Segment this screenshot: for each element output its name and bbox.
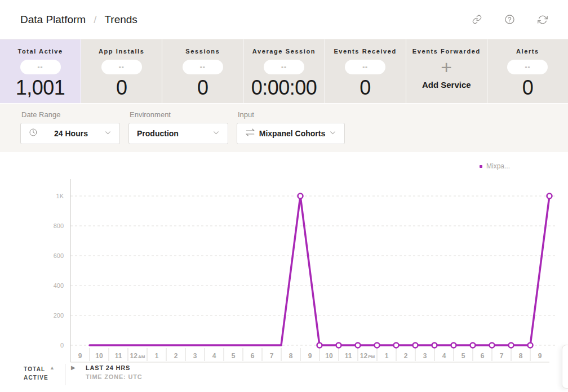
data-point-marker bbox=[336, 343, 341, 348]
environment-dropdown[interactable]: Production bbox=[128, 123, 228, 144]
date-range-value: 24 Hours bbox=[54, 129, 88, 138]
page-header: Data Platform / Trends bbox=[0, 0, 568, 39]
data-point-marker bbox=[356, 343, 361, 348]
filter-label: Environment bbox=[130, 110, 228, 119]
stat-card-value: 0 bbox=[325, 76, 406, 100]
edge-flyout-handle[interactable] bbox=[562, 345, 568, 389]
footer-divider bbox=[65, 364, 65, 385]
filter-input: Input Mixpanel Cohorts bbox=[237, 110, 345, 152]
stat-card-value: 0 bbox=[81, 76, 162, 100]
stat-card-label: App Installs bbox=[81, 48, 162, 55]
x-tick-label: 4 bbox=[442, 352, 446, 360]
data-point-marker bbox=[490, 343, 495, 348]
x-tick-label: 1 bbox=[385, 352, 389, 360]
stat-card-value: 1,001 bbox=[0, 76, 81, 100]
data-point-marker bbox=[413, 343, 418, 348]
x-tick-label: 5 bbox=[232, 352, 236, 360]
stat-card-pill: -- bbox=[183, 60, 223, 74]
x-tick-label: 1 bbox=[155, 352, 159, 360]
stat-card-label: Sessions bbox=[162, 48, 243, 55]
input-dropdown[interactable]: Mixpanel Cohorts bbox=[237, 123, 345, 144]
x-tick-label: 2 bbox=[404, 352, 408, 360]
stat-card-pill: -- bbox=[264, 60, 304, 74]
data-point-marker bbox=[375, 343, 380, 348]
stat-card-average-session[interactable]: Average Session -- 0:00:00 bbox=[243, 39, 324, 103]
x-tick-label: 8 bbox=[289, 352, 293, 360]
data-point-marker bbox=[298, 194, 303, 199]
stats-card-row: Total Active -- 1,001 App Installs -- 0 … bbox=[0, 39, 568, 103]
trend-chart: 1K80060040020009101112AM123456789101112P… bbox=[0, 152, 568, 369]
plus-icon: + bbox=[406, 57, 487, 77]
stat-card-alerts[interactable]: Alerts -- 0 bbox=[487, 39, 568, 103]
data-point-marker bbox=[528, 343, 533, 348]
y-tick-label: 200 bbox=[54, 312, 64, 319]
range-label: LAST 24 HRS bbox=[86, 364, 130, 371]
x-tick-label: 7 bbox=[270, 352, 274, 360]
x-tick-label: 9 bbox=[538, 352, 542, 360]
x-tick-label: 5 bbox=[462, 352, 465, 360]
exchange-icon bbox=[245, 128, 255, 139]
x-tick-label: 10 bbox=[325, 352, 333, 360]
input-value: Mixpanel Cohorts bbox=[259, 129, 325, 138]
breadcrumb-separator: / bbox=[94, 14, 96, 26]
x-tick-label: 6 bbox=[481, 352, 485, 360]
stat-card-total-active[interactable]: Total Active -- 1,001 bbox=[0, 39, 81, 103]
trend-line bbox=[90, 196, 549, 345]
y-tick-label: 1K bbox=[56, 193, 64, 199]
stat-card-sessions[interactable]: Sessions -- 0 bbox=[162, 39, 243, 103]
x-tick-label: 3 bbox=[423, 352, 427, 360]
data-point-marker bbox=[451, 343, 456, 348]
series-row-label: TOTAL ACTIVE bbox=[24, 365, 48, 382]
data-point-marker bbox=[432, 343, 437, 348]
x-tick-label: 2 bbox=[174, 352, 178, 360]
help-icon[interactable] bbox=[504, 14, 515, 25]
breadcrumb-parent[interactable]: Data Platform bbox=[20, 14, 86, 26]
x-tick-label: 3 bbox=[193, 352, 197, 360]
stat-card-label: Events Forwarded bbox=[406, 48, 487, 55]
stat-card-pill: -- bbox=[20, 60, 61, 74]
x-tick-label: 10 bbox=[95, 352, 103, 360]
x-tick-label: 11 bbox=[115, 352, 122, 360]
filter-label: Input bbox=[238, 110, 345, 119]
stat-card-pill: -- bbox=[101, 60, 142, 74]
x-tick-label: 8 bbox=[519, 352, 523, 360]
header-actions bbox=[472, 14, 548, 25]
filter-label: Date Range bbox=[21, 110, 120, 119]
trend-chart-panel: Mixpa... 1K80060040020009101112AM1234567… bbox=[0, 152, 568, 392]
filter-environment: Environment Production bbox=[128, 110, 228, 152]
y-tick-label: 400 bbox=[54, 282, 64, 289]
chevron-down-icon bbox=[329, 128, 336, 139]
stat-card-value: 0 bbox=[487, 76, 568, 100]
stat-card-pill: -- bbox=[345, 60, 385, 74]
x-tick-label: 12PM bbox=[360, 352, 375, 360]
stat-card-app-installs[interactable]: App Installs -- 0 bbox=[81, 39, 162, 103]
x-tick-label: 11 bbox=[345, 352, 352, 360]
stat-card-events-forwarded-add-service[interactable]: Events Forwarded + Add Service bbox=[406, 39, 487, 103]
x-tick-label: 9 bbox=[308, 352, 312, 360]
stat-card-events-received[interactable]: Events Received -- 0 bbox=[325, 39, 406, 103]
chevron-down-icon bbox=[104, 128, 112, 139]
clock-icon bbox=[29, 128, 38, 139]
stat-card-label: Alerts bbox=[487, 48, 568, 55]
page-title: Trends bbox=[104, 14, 137, 26]
breadcrumb: Data Platform / Trends bbox=[20, 14, 137, 26]
date-range-dropdown[interactable]: 24 Hours bbox=[20, 123, 120, 144]
x-tick-label: 9 bbox=[78, 352, 82, 360]
expand-row-triangle-icon[interactable]: ▶ bbox=[71, 364, 76, 371]
chart-footer: TOTAL ACTIVE ▲ ▶ LAST 24 HRS TIME ZONE: … bbox=[0, 363, 568, 389]
data-point-marker bbox=[471, 343, 476, 348]
stat-card-value: 0 bbox=[162, 76, 243, 100]
y-tick-label: 0 bbox=[60, 342, 64, 349]
add-service-button[interactable]: Add Service bbox=[406, 80, 487, 90]
link-icon[interactable] bbox=[472, 15, 482, 24]
refresh-icon[interactable] bbox=[538, 15, 548, 25]
stat-card-value: 0:00:00 bbox=[243, 76, 324, 100]
sort-triangle-up-icon[interactable]: ▲ bbox=[50, 365, 55, 371]
y-tick-label: 800 bbox=[54, 222, 64, 229]
x-tick-label: 7 bbox=[500, 352, 504, 360]
stat-card-pill: -- bbox=[507, 60, 548, 74]
filter-date-range: Date Range 24 Hours bbox=[20, 110, 120, 152]
x-tick-label: 12AM bbox=[130, 352, 145, 360]
stat-card-label: Average Session bbox=[243, 48, 324, 55]
stat-card-label: Events Received bbox=[325, 48, 406, 55]
